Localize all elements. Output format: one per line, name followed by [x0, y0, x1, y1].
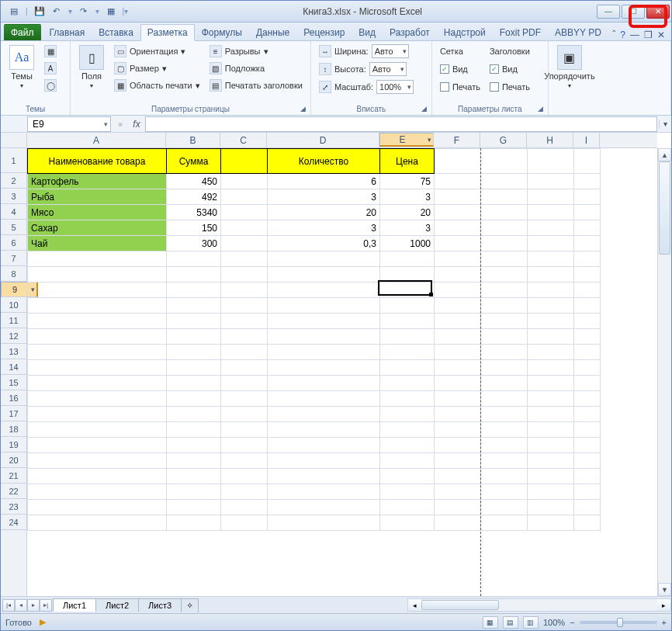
cell[interactable]	[380, 453, 435, 469]
cell[interactable]: 150	[167, 220, 221, 236]
cell[interactable]	[528, 345, 574, 360]
cell[interactable]	[481, 189, 528, 205]
cell[interactable]	[574, 329, 601, 345]
close-button[interactable]: ✕	[646, 5, 670, 19]
row-header-20[interactable]: 20	[1, 452, 26, 468]
ribbon-minimize-icon[interactable]: ˆ	[612, 29, 615, 40]
cell[interactable]	[221, 376, 268, 391]
mdi-close-icon[interactable]: ✕	[657, 29, 665, 40]
cell[interactable]	[528, 205, 574, 220]
cell[interactable]	[481, 314, 528, 329]
cell[interactable]	[380, 283, 435, 298]
cell[interactable]	[528, 251, 574, 267]
print-titles-button[interactable]: ▤Печатать заголовки	[206, 78, 306, 93]
cell[interactable]	[28, 298, 167, 314]
scroll-down-icon[interactable]: ▼	[658, 583, 671, 596]
cell[interactable]	[481, 220, 528, 236]
size-button[interactable]: ▢Размер ▾	[111, 61, 203, 76]
cell[interactable]	[380, 422, 435, 438]
cell[interactable]	[28, 469, 167, 484]
cell[interactable]	[268, 298, 380, 314]
cell[interactable]	[574, 298, 601, 314]
cell[interactable]	[167, 360, 221, 376]
cell[interactable]	[28, 484, 167, 500]
cell[interactable]	[528, 283, 574, 298]
row-header-16[interactable]: 16	[1, 390, 26, 406]
cell[interactable]	[221, 189, 268, 205]
cell[interactable]	[574, 500, 601, 515]
cell[interactable]	[380, 438, 435, 453]
cell[interactable]	[435, 376, 481, 391]
cell[interactable]	[528, 453, 574, 469]
maximize-button[interactable]: ☐	[622, 5, 645, 19]
col-header-G[interactable]: G	[480, 133, 527, 147]
cell[interactable]	[435, 438, 481, 453]
cell[interactable]	[481, 283, 528, 298]
cell[interactable]: 450	[167, 174, 221, 189]
cell[interactable]	[435, 236, 481, 251]
vscroll-thumb[interactable]	[659, 161, 670, 255]
cell[interactable]: 3	[268, 189, 380, 205]
cell[interactable]	[574, 251, 601, 267]
cell[interactable]	[221, 149, 268, 174]
cell[interactable]	[28, 500, 167, 515]
cell[interactable]: 75	[380, 174, 435, 189]
cell[interactable]	[481, 500, 528, 515]
cell[interactable]	[221, 360, 268, 376]
row-header-8[interactable]: 8	[1, 266, 26, 282]
col-header-D[interactable]: D	[267, 133, 379, 147]
cell[interactable]	[528, 220, 574, 236]
cell[interactable]	[435, 500, 481, 515]
cell[interactable]: 6	[268, 174, 380, 189]
cell[interactable]	[28, 360, 167, 376]
cell[interactable]	[28, 283, 167, 298]
redo-icon[interactable]: ↷	[77, 5, 91, 19]
cell[interactable]	[380, 407, 435, 422]
cell[interactable]	[380, 515, 435, 531]
row-header-23[interactable]: 23	[1, 499, 26, 515]
cell[interactable]	[435, 391, 481, 407]
scroll-left-icon[interactable]: ◂	[408, 599, 421, 611]
zoom-slider[interactable]	[580, 621, 657, 624]
cell[interactable]	[574, 345, 601, 360]
themes-button[interactable]: Aa Темы ▾	[5, 43, 38, 89]
cell[interactable]: 3	[268, 220, 380, 236]
cell[interactable]	[435, 453, 481, 469]
cell[interactable]	[574, 267, 601, 283]
cell[interactable]	[574, 469, 601, 484]
scroll-up-icon[interactable]: ▲	[658, 148, 671, 161]
sheet-options-dialog-launcher[interactable]: ◢	[538, 105, 543, 113]
col-header-E[interactable]: E	[379, 133, 434, 147]
vscroll-track[interactable]	[658, 161, 671, 583]
cell[interactable]	[167, 376, 221, 391]
cell[interactable]	[574, 484, 601, 500]
cell[interactable]	[574, 149, 601, 174]
cell[interactable]	[574, 391, 601, 407]
cell[interactable]	[574, 205, 601, 220]
cell[interactable]	[435, 205, 481, 220]
cell[interactable]	[221, 438, 268, 453]
theme-fonts-button[interactable]: A	[41, 61, 60, 76]
cell[interactable]	[435, 298, 481, 314]
row-header-19[interactable]: 19	[1, 437, 26, 452]
cell[interactable]	[28, 391, 167, 407]
row-header-14[interactable]: 14	[1, 359, 26, 375]
cell[interactable]	[435, 267, 481, 283]
cell[interactable]	[528, 174, 574, 189]
cell[interactable]	[435, 174, 481, 189]
cell[interactable]	[268, 500, 380, 515]
cell[interactable]	[221, 469, 268, 484]
row-header-21[interactable]: 21	[1, 468, 26, 484]
row-header-11[interactable]: 11	[1, 313, 26, 328]
cell[interactable]	[528, 500, 574, 515]
scale-height-select[interactable]: Авто	[369, 62, 407, 76]
row-header-18[interactable]: 18	[1, 421, 26, 437]
cell[interactable]	[380, 267, 435, 283]
tab-разработ[interactable]: Разработ	[383, 24, 437, 40]
cell[interactable]	[435, 283, 481, 298]
cell[interactable]	[167, 469, 221, 484]
row-header-2[interactable]: 2	[1, 173, 26, 189]
cell[interactable]	[167, 298, 221, 314]
headings-print-check[interactable]: Печать	[487, 79, 533, 95]
tab-данные[interactable]: Данные	[249, 24, 296, 40]
